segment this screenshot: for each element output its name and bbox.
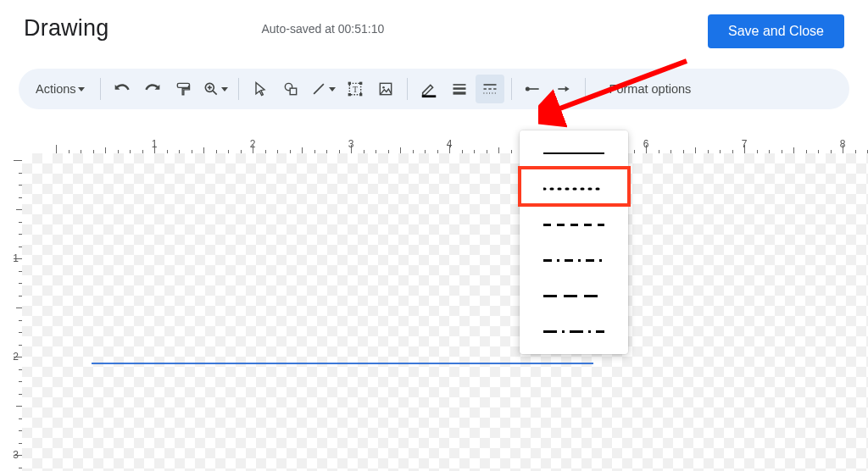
border-color-button[interactable] xyxy=(415,75,443,103)
line-weight-icon xyxy=(451,80,468,97)
redo-icon xyxy=(144,80,161,97)
horizontal-ruler: 12345678 xyxy=(22,138,868,153)
svg-rect-11 xyxy=(348,93,350,96)
svg-line-1 xyxy=(213,91,217,95)
caret-down-icon xyxy=(78,87,85,91)
toolbar-separator xyxy=(585,78,586,100)
svg-rect-16 xyxy=(453,84,465,86)
line-icon xyxy=(310,80,327,97)
drawing-toolbar: Actions T xyxy=(19,69,849,109)
svg-rect-10 xyxy=(359,82,362,85)
toolbar-separator xyxy=(511,78,512,100)
line-end-button[interactable] xyxy=(549,75,578,103)
svg-rect-5 xyxy=(290,88,297,95)
line-dash-dropdown xyxy=(520,130,628,354)
svg-rect-12 xyxy=(359,93,362,96)
format-options-button[interactable]: Format options xyxy=(601,75,700,103)
line-start-icon xyxy=(525,80,542,97)
svg-rect-18 xyxy=(453,91,465,94)
svg-point-14 xyxy=(382,86,385,89)
toolbar-separator xyxy=(238,78,239,100)
dash-option-long-dash[interactable] xyxy=(520,278,628,313)
dash-option-dash-dot[interactable] xyxy=(520,242,628,278)
redo-button[interactable] xyxy=(138,75,167,103)
drawn-line[interactable] xyxy=(92,363,593,364)
dash-option-dashed[interactable] xyxy=(520,207,628,242)
caret-down-icon xyxy=(221,87,228,91)
line-end-icon xyxy=(555,80,572,97)
image-icon xyxy=(377,80,394,97)
shapes-icon xyxy=(282,80,299,97)
svg-line-6 xyxy=(314,84,324,94)
undo-icon xyxy=(114,80,131,97)
svg-rect-17 xyxy=(453,87,465,90)
text-box-icon: T xyxy=(347,80,364,97)
caret-down-icon xyxy=(329,87,336,91)
toolbar-separator xyxy=(407,78,408,100)
actions-label: Actions xyxy=(36,82,76,96)
pencil-icon xyxy=(420,80,438,98)
line-dash-icon xyxy=(481,80,498,97)
zoom-menu[interactable] xyxy=(199,75,231,103)
svg-text:T: T xyxy=(353,85,358,94)
paint-roller-icon xyxy=(175,80,192,97)
svg-point-23 xyxy=(525,87,529,91)
line-start-button[interactable] xyxy=(519,75,548,103)
dash-option-solid[interactable] xyxy=(520,136,628,171)
dialog-title: Drawing xyxy=(24,15,108,42)
select-tool[interactable] xyxy=(246,75,275,103)
drawing-canvas[interactable] xyxy=(22,153,868,471)
svg-rect-15 xyxy=(421,95,436,97)
line-menu[interactable] xyxy=(307,75,339,103)
actions-menu[interactable]: Actions xyxy=(27,75,93,103)
text-box-button[interactable]: T xyxy=(341,75,370,103)
cursor-icon xyxy=(252,80,269,97)
vertical-ruler: 123 xyxy=(7,153,22,471)
dash-option-dotted[interactable] xyxy=(520,171,628,207)
image-button[interactable] xyxy=(371,75,400,103)
zoom-icon xyxy=(203,80,220,97)
border-dash-button[interactable] xyxy=(476,75,504,103)
svg-rect-9 xyxy=(348,82,350,85)
header-bar: Drawing Auto-saved at 00:51:10 Save and … xyxy=(0,0,868,53)
undo-button[interactable] xyxy=(108,75,136,103)
border-weight-button[interactable] xyxy=(445,75,474,103)
save-and-close-button[interactable]: Save and Close xyxy=(708,14,844,48)
toolbar-separator xyxy=(100,78,101,100)
paint-format-button[interactable] xyxy=(169,75,198,103)
autosave-status: Auto-saved at 00:51:10 xyxy=(261,22,384,36)
shape-menu[interactable] xyxy=(276,75,305,103)
dash-option-long-dash-dot[interactable] xyxy=(520,313,628,349)
